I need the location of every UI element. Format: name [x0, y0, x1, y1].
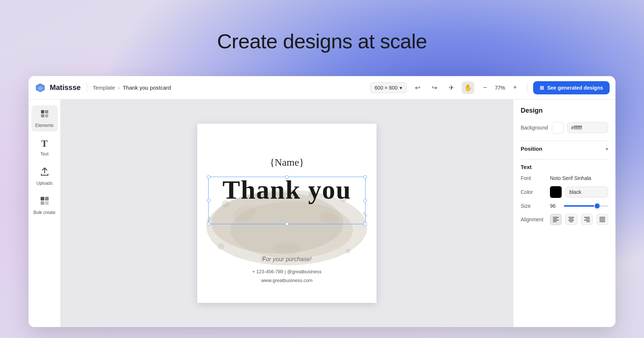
size-slider-container[interactable]: [564, 205, 608, 207]
svg-rect-23: [553, 217, 559, 218]
background-label: Background: [521, 125, 548, 131]
font-label: Font: [521, 175, 546, 181]
align-left-button[interactable]: [550, 214, 562, 225]
position-title: Position: [521, 146, 542, 152]
zoom-out-button[interactable]: −: [479, 82, 491, 94]
size-slider-fill: [564, 205, 595, 207]
sidebar-item-bulk[interactable]: Bulk create: [31, 192, 58, 219]
handle-mr[interactable]: [363, 199, 367, 202]
breadcrumb-template: Template: [93, 84, 115, 91]
svg-rect-6: [45, 114, 48, 117]
svg-rect-8: [45, 197, 49, 200]
svg-rect-37: [599, 220, 605, 221]
background-color-swatch[interactable]: [552, 122, 564, 134]
divider-1: [521, 141, 608, 141]
svg-rect-4: [45, 110, 48, 113]
svg-rect-3: [41, 110, 44, 113]
left-sidebar: Elements T Text Uploads: [29, 99, 61, 327]
elements-icon: [40, 109, 49, 121]
logo: Matissse: [34, 82, 81, 94]
zoom-control: − 77% +: [479, 82, 521, 94]
svg-point-16: [346, 249, 351, 254]
send-button[interactable]: ✈: [445, 82, 457, 94]
font-value[interactable]: Noto Serif Sinhala: [550, 175, 608, 181]
handle-tc[interactable]: [285, 175, 289, 179]
svg-rect-9: [41, 201, 44, 205]
logo-icon: [34, 82, 46, 94]
text-section-title: Text: [521, 164, 608, 170]
align-center-button[interactable]: [565, 214, 577, 225]
uploads-label: Uploads: [36, 181, 52, 186]
grid-icon: ⊞: [540, 85, 544, 91]
align-center-icon: [568, 217, 574, 222]
sidebar-item-uploads[interactable]: Uploads: [31, 163, 58, 189]
zoom-in-button[interactable]: +: [509, 82, 521, 94]
contact-line2: www.greatbusiness.com: [197, 276, 377, 285]
align-left-icon: [553, 217, 559, 222]
panel-title: Design: [521, 107, 608, 114]
redo-button[interactable]: ↪: [428, 82, 441, 94]
sidebar-item-elements[interactable]: Elements: [31, 105, 58, 132]
svg-rect-24: [553, 218, 557, 219]
handle-tl[interactable]: [207, 175, 210, 179]
breadcrumb: Template › Thank you postcard: [93, 84, 171, 91]
toolbar-divider: [87, 83, 87, 93]
size-selector[interactable]: 600 × 600 ▾: [370, 82, 407, 93]
text-selection-box[interactable]: [208, 177, 366, 224]
text-color-swatch[interactable]: [550, 186, 562, 198]
handle-ml[interactable]: [207, 199, 210, 202]
svg-rect-32: [585, 218, 590, 219]
position-chevron-icon: ▾: [606, 146, 608, 152]
alignment-label: Alignment: [521, 217, 546, 222]
align-right-icon: [584, 217, 590, 222]
svg-rect-34: [586, 221, 590, 222]
zoom-value: 77%: [493, 85, 507, 91]
position-section: Position ▾: [521, 146, 608, 152]
contact-info: + 123-456-789 | @greatbusiness www.great…: [197, 267, 377, 285]
svg-rect-30: [569, 221, 573, 222]
size-value: 600 × 600: [375, 85, 398, 91]
handle-bc[interactable]: [285, 222, 289, 226]
text-icon: T: [41, 138, 48, 149]
right-panel: Design Background #ffffff Position ▾: [513, 99, 615, 327]
for-purchase-text: For your purchase!: [197, 256, 377, 263]
handle-tr[interactable]: [363, 175, 367, 179]
breadcrumb-separator: ›: [118, 84, 120, 91]
text-label: Text: [40, 151, 48, 157]
color-row: Color black: [521, 186, 608, 198]
toolbar-divider-2: [527, 83, 527, 93]
background-color-value[interactable]: #ffffff: [567, 122, 608, 133]
align-justify-button[interactable]: [596, 214, 608, 225]
toolbar: Matissse Template › Thank you postcard 6…: [29, 76, 615, 99]
undo-button[interactable]: ↩: [411, 82, 424, 94]
divider-2: [521, 159, 608, 159]
postcard-name-field: {Name}: [197, 157, 377, 168]
align-right-button[interactable]: [581, 214, 593, 225]
size-label: Size: [521, 203, 546, 209]
handle-bl[interactable]: [207, 222, 210, 226]
svg-rect-25: [553, 220, 559, 221]
svg-rect-33: [584, 220, 590, 221]
logo-text: Matissse: [50, 83, 81, 92]
postcard[interactable]: {Name} Thank you For your purchase!: [197, 124, 377, 303]
size-number: 96: [550, 203, 560, 209]
size-slider-track: [564, 205, 608, 207]
align-justify-icon: [599, 217, 605, 222]
svg-point-22: [273, 243, 301, 255]
pointer-button[interactable]: ✋: [462, 82, 474, 94]
canvas-area[interactable]: {Name} Thank you For your purchase!: [61, 99, 513, 327]
background-row: Background #ffffff: [521, 122, 608, 134]
app-window: Matissse Template › Thank you postcard 6…: [29, 76, 615, 327]
svg-rect-10: [45, 201, 49, 205]
breadcrumb-name: Thank you postcard: [123, 84, 171, 91]
sidebar-item-text[interactable]: T Text: [31, 135, 58, 160]
size-slider-thumb[interactable]: [594, 203, 600, 209]
size-row: Size 96: [521, 203, 608, 209]
size-chevron-icon: ▾: [400, 85, 402, 91]
see-designs-button[interactable]: ⊞ See generated designs: [533, 81, 610, 94]
text-color-name[interactable]: black: [565, 187, 608, 198]
handle-br[interactable]: [363, 222, 367, 226]
position-header[interactable]: Position ▾: [521, 146, 608, 152]
font-row: Font Noto Serif Sinhala: [521, 175, 608, 181]
svg-rect-28: [569, 218, 573, 219]
